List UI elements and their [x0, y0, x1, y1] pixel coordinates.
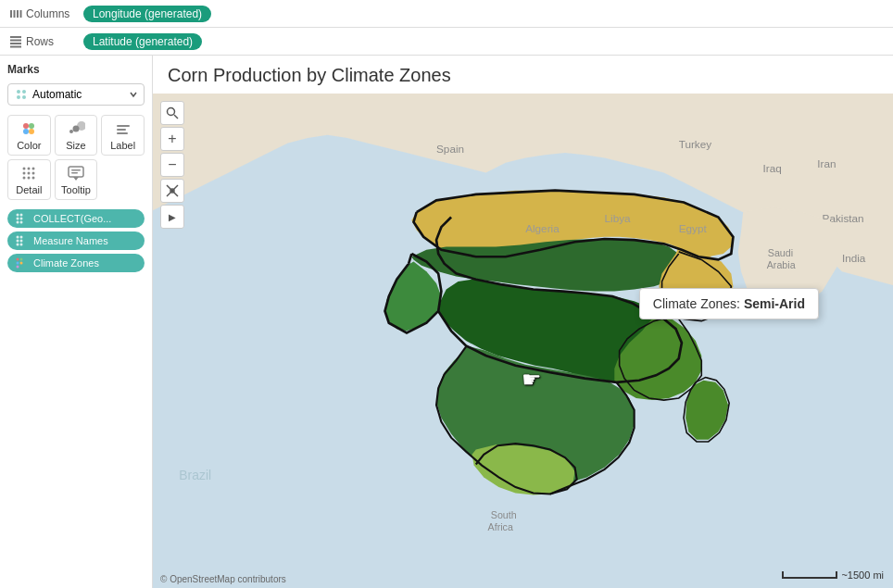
svg-point-40 [17, 236, 19, 239]
svg-text:Algeria: Algeria [525, 222, 560, 234]
rows-icon [9, 35, 22, 48]
svg-point-8 [17, 90, 20, 94]
measure-names-icon [15, 234, 28, 247]
svg-point-47 [20, 258, 23, 261]
panel-title: Marks [7, 63, 145, 76]
climate-zones-icon [15, 256, 28, 269]
svg-point-9 [22, 90, 26, 94]
map-tooltip: Climate Zones: Semi-Arid [639, 288, 819, 319]
svg-text:Brazil: Brazil [179, 468, 211, 482]
svg-rect-32 [71, 169, 81, 171]
size-button[interactable]: Size [55, 115, 98, 156]
svg-rect-33 [71, 172, 78, 174]
size-icon [67, 119, 85, 138]
svg-point-34 [17, 214, 19, 217]
svg-point-24 [32, 168, 35, 170]
rows-pill[interactable]: Latitude (generated) [83, 33, 202, 50]
mark-buttons-grid: Color Size Label [7, 115, 145, 200]
svg-point-10 [17, 95, 20, 99]
rows-label: Rows [9, 35, 83, 48]
collect-geo-icon [15, 212, 28, 225]
svg-point-41 [20, 236, 23, 239]
pin-icon [166, 184, 179, 197]
svg-rect-0 [10, 10, 12, 18]
svg-point-25 [23, 172, 26, 175]
label-button[interactable]: Label [101, 115, 145, 156]
map-svg: Spain Turkey Iraq Iran Pakistan India Sa… [153, 94, 893, 588]
marks-panel: Marks Automatic [0, 56, 153, 588]
svg-point-11 [22, 95, 26, 99]
svg-text:India: India [842, 252, 866, 264]
svg-rect-31 [69, 167, 83, 177]
svg-text:Saudi: Saudi [768, 247, 793, 258]
svg-point-16 [69, 130, 73, 133]
svg-text:Spain: Spain [436, 143, 464, 155]
search-tool-button[interactable] [160, 101, 184, 125]
map-container[interactable]: Spain Turkey Iraq Iran Pakistan India Sa… [153, 94, 893, 588]
tooltip-icon [67, 164, 85, 182]
svg-point-51 [20, 266, 23, 269]
svg-point-22 [23, 168, 26, 170]
measure-names-item[interactable]: Measure Names [7, 231, 145, 250]
search-icon [166, 106, 179, 119]
svg-rect-6 [10, 43, 21, 44]
automatic-icon [14, 87, 29, 102]
columns-label: Columns [9, 7, 83, 20]
svg-point-38 [17, 221, 19, 224]
scale-bar [782, 571, 837, 579]
zoom-out-button[interactable]: − [160, 153, 184, 177]
detail-button[interactable]: Detail [7, 159, 51, 200]
svg-point-36 [17, 218, 19, 220]
columns-bar: Columns Longitude (generated) [0, 0, 893, 28]
color-button[interactable]: Color [7, 115, 51, 156]
svg-rect-20 [117, 129, 126, 131]
zoom-in-button[interactable]: + [160, 127, 184, 151]
svg-point-12 [23, 123, 29, 129]
svg-text:Egypt: Egypt [679, 222, 708, 234]
svg-text:Iraq: Iraq [762, 162, 781, 174]
svg-text:Turkey: Turkey [679, 138, 712, 150]
climate-zones-item[interactable]: Climate Zones [7, 254, 145, 272]
svg-rect-4 [10, 36, 21, 38]
collect-geo-item[interactable]: COLLECT(Geo... [7, 209, 145, 228]
tooltip-button[interactable]: Tooltip [55, 159, 98, 200]
svg-point-37 [20, 218, 23, 220]
svg-point-15 [29, 129, 34, 134]
svg-rect-2 [17, 10, 19, 18]
svg-text:Libya: Libya [605, 212, 632, 224]
svg-point-14 [23, 129, 29, 134]
columns-pill[interactable]: Longitude (generated) [83, 6, 211, 22]
play-button[interactable]: ▶ [160, 205, 184, 229]
svg-text:Africa: Africa [488, 521, 513, 532]
svg-point-49 [20, 262, 23, 265]
svg-text:Arabia: Arabia [767, 259, 796, 270]
svg-rect-5 [10, 39, 21, 41]
chevron-down-icon [129, 90, 138, 99]
columns-icon [9, 7, 22, 20]
svg-point-35 [20, 214, 23, 217]
svg-rect-3 [20, 10, 22, 18]
mark-type-dropdown[interactable]: Automatic [7, 83, 145, 106]
svg-point-42 [17, 240, 19, 243]
detail-icon [19, 164, 38, 182]
map-toolbar: + − ▶ [160, 101, 184, 229]
pin-tool-button[interactable] [160, 179, 184, 203]
svg-point-68 [168, 108, 175, 116]
svg-text:Iran: Iran [817, 157, 836, 169]
map-title-bar: Corn Production by Climate Zones [153, 56, 893, 94]
map-attribution: © OpenStreetMap contributors [160, 574, 286, 584]
svg-point-44 [17, 244, 19, 246]
svg-point-23 [28, 168, 31, 170]
map-area: Corn Production by Climate Zones Spain T… [153, 56, 893, 588]
mark-items-list: COLLECT(Geo... Measure Names [7, 209, 145, 272]
svg-rect-1 [14, 10, 16, 18]
svg-point-46 [17, 258, 19, 261]
svg-rect-21 [117, 132, 128, 134]
svg-point-48 [17, 262, 19, 265]
svg-point-13 [29, 123, 34, 129]
svg-point-50 [17, 266, 19, 269]
svg-point-45 [20, 244, 23, 246]
svg-point-29 [28, 177, 31, 180]
rows-bar: Rows Latitude (generated) [0, 28, 893, 56]
label-icon [114, 119, 132, 138]
